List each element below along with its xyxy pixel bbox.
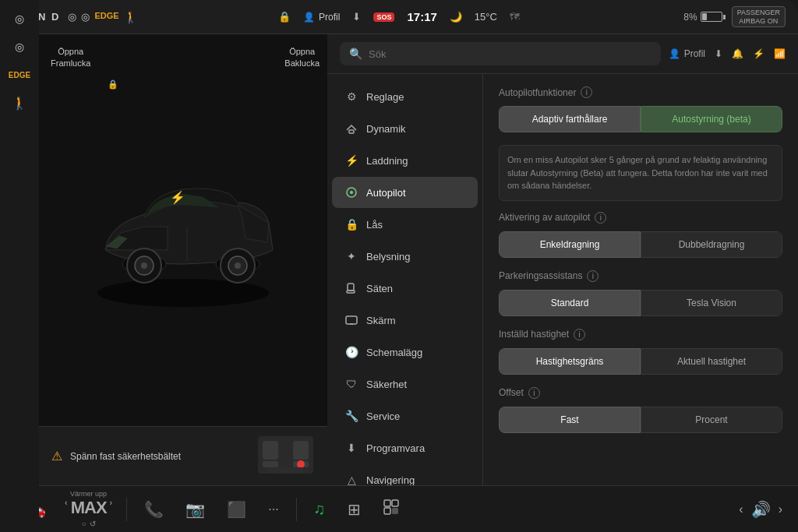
- headlights-icon[interactable]: ◎: [5, 8, 34, 30]
- aktuell-hastighet-btn[interactable]: Aktuell hastighet: [641, 348, 782, 375]
- svg-point-19: [350, 191, 353, 194]
- procent-btn[interactable]: Procent: [641, 407, 782, 433]
- search-icon: 🔍: [349, 48, 362, 60]
- main-content: ◎ ◎ EDGE 🚶 Öppna Framlucka Öppna Bakluck…: [0, 34, 798, 485]
- menu-item-reglage[interactable]: ⚙ Reglage: [332, 81, 478, 112]
- fan-icon: ○: [82, 520, 87, 528]
- seat-diagram-container: [256, 435, 315, 477]
- signal-header-btn[interactable]: 📶: [774, 48, 786, 59]
- menu-item-sakerhet[interactable]: 🛡 Säkerhet: [332, 368, 478, 400]
- car-lock-icon: 🔒: [108, 79, 118, 90]
- person-icon-header: 👤: [669, 48, 680, 59]
- search-right-icons: 👤 Profil ⬇ 🔔 ⚡ 📶: [669, 48, 786, 59]
- bell-header-btn[interactable]: 🔔: [732, 48, 743, 59]
- bluetooth-header-btn[interactable]: ⚡: [753, 48, 764, 59]
- volume-prev-btn[interactable]: ‹: [739, 502, 743, 516]
- profile-header-btn[interactable]: 👤 Profil: [669, 48, 705, 59]
- media-icon: ⬛: [227, 500, 246, 519]
- speed-section-title: Inställd hastighet i: [499, 329, 782, 340]
- offset-section-title: Offset i: [499, 387, 782, 399]
- taskbar-media-btn[interactable]: ⬛: [216, 486, 257, 532]
- navigering-icon: △: [344, 473, 358, 485]
- tesla-vision-btn[interactable]: Tesla Vision: [641, 290, 782, 316]
- svg-rect-27: [392, 508, 398, 514]
- menu-item-saten[interactable]: Säten: [332, 273, 478, 304]
- saten-icon: [344, 281, 358, 295]
- menu-item-service[interactable]: 🔧 Service: [332, 400, 478, 432]
- climate-prev-btn[interactable]: ‹: [65, 498, 68, 518]
- menu-item-skarm[interactable]: Skärm: [332, 305, 478, 336]
- svg-point-0: [97, 279, 269, 307]
- baklucka-label[interactable]: Öppna Baklucka: [284, 46, 320, 70]
- hastighetsgrans-btn[interactable]: Hastighetsgräns: [499, 348, 641, 375]
- offset-info-icon[interactable]: i: [528, 387, 540, 399]
- autopilot-description: Om en miss Autopilot sker 5 gånger på gr…: [499, 145, 782, 201]
- menu-item-belysning[interactable]: ✦ Belysning: [332, 241, 478, 272]
- menu-item-schemalag[interactable]: 🕐 Schemalägg: [332, 336, 478, 368]
- adaptiv-btn[interactable]: Adaptiv farthållare: [499, 106, 641, 132]
- autopilot-info-icon[interactable]: i: [581, 86, 592, 98]
- highbeam-icon[interactable]: ◎: [5, 36, 34, 58]
- download-header-btn[interactable]: ⬇: [715, 48, 722, 59]
- activation-info-icon[interactable]: i: [595, 212, 606, 224]
- parking-info-icon[interactable]: i: [587, 270, 598, 282]
- sos-badge[interactable]: SOS: [373, 12, 394, 22]
- climate-label: Värmer upp: [70, 490, 107, 498]
- menu-item-autopilot[interactable]: Autopilot: [332, 177, 478, 208]
- skarm-icon: [344, 313, 358, 327]
- autopilot-icon: [344, 185, 358, 199]
- taskbar-more-btn[interactable]: ···: [257, 486, 289, 532]
- taskbar-spotify-btn[interactable]: ♫: [303, 486, 337, 532]
- car-view-panel: Öppna Framlucka Öppna Baklucka 🔒 ⚡: [39, 34, 327, 485]
- divider1: [126, 498, 127, 521]
- enkeldragning-btn[interactable]: Enkeldragning: [499, 231, 641, 258]
- menu-item-laddning[interactable]: ⚡ Laddning: [332, 145, 478, 176]
- taskbar-camera-btn[interactable]: 📷: [175, 486, 216, 532]
- service-icon: 🔧: [344, 409, 358, 423]
- svg-rect-13: [293, 441, 309, 460]
- moon-icon: 🌙: [450, 11, 462, 23]
- menu-item-programvara[interactable]: ⬇ Programvara: [332, 432, 478, 463]
- svg-rect-24: [384, 500, 390, 506]
- menu-item-navigering[interactable]: △ Navigering: [332, 464, 478, 485]
- taskbar-recent-btn[interactable]: [372, 486, 411, 532]
- climate-next-btn[interactable]: ›: [110, 498, 113, 518]
- menu-item-las[interactable]: 🔒 Lås: [332, 209, 478, 240]
- edge-indicator: EDGE: [5, 64, 34, 86]
- profile-button[interactable]: 👤 Profil: [303, 12, 340, 23]
- dubbeldragning-btn[interactable]: Dubbeldragning: [641, 231, 782, 258]
- search-container[interactable]: 🔍: [340, 42, 661, 65]
- climate-control[interactable]: Värmer upp ‹ MAX › ○ ↺: [57, 490, 120, 528]
- taskbar-phone-btn[interactable]: 📞: [133, 486, 175, 532]
- climate-extra-icons: ○ ↺: [82, 520, 96, 528]
- map-icon: 🗺: [510, 11, 520, 23]
- car-svg: [66, 149, 300, 312]
- standard-btn[interactable]: Standard: [499, 290, 641, 316]
- autopilot-section-title: Autopilotfunktioner i: [499, 86, 782, 98]
- edge-text: EDGE: [94, 11, 118, 23]
- autostyrning-btn[interactable]: Autostyrning (beta): [641, 106, 782, 132]
- speed-info-icon[interactable]: i: [574, 329, 585, 340]
- fast-btn[interactable]: Fast: [499, 407, 641, 433]
- download-icon: ⬇: [352, 11, 361, 23]
- svg-rect-17: [349, 130, 354, 133]
- search-input[interactable]: [369, 48, 651, 60]
- taskbar-apps-btn[interactable]: ⊞: [337, 486, 372, 532]
- content-area: ⚙ Reglage Dynamik ⚡ Laddning: [327, 74, 798, 485]
- seatbelt-icon: 🚶: [124, 11, 137, 23]
- programvara-icon: ⬇: [344, 441, 358, 455]
- volume-next-btn[interactable]: ›: [779, 502, 782, 516]
- seat-diagram-svg: [256, 435, 315, 475]
- headlight-icon: ◎: [68, 11, 76, 23]
- framlucka-label[interactable]: Öppna Framlucka: [51, 46, 90, 70]
- menu-item-dynamik[interactable]: Dynamik: [332, 113, 478, 144]
- svg-rect-20: [348, 284, 354, 291]
- volume-area: ‹ 🔊 ›: [739, 500, 782, 519]
- left-panel: ◎ ◎ EDGE 🚶 Öppna Framlucka Öppna Bakluck…: [0, 34, 327, 485]
- laddning-icon: ⚡: [344, 153, 358, 167]
- menu-panel: ⚙ Reglage Dynamik ⚡ Laddning: [327, 74, 483, 485]
- parking-mode-group: Standard Tesla Vision: [499, 290, 782, 316]
- autopilot-mode-group: Adaptiv farthållare Autostyrning (beta): [499, 106, 782, 132]
- climate-value: MAX: [71, 498, 107, 518]
- headlight2-icon: ◎: [81, 11, 90, 23]
